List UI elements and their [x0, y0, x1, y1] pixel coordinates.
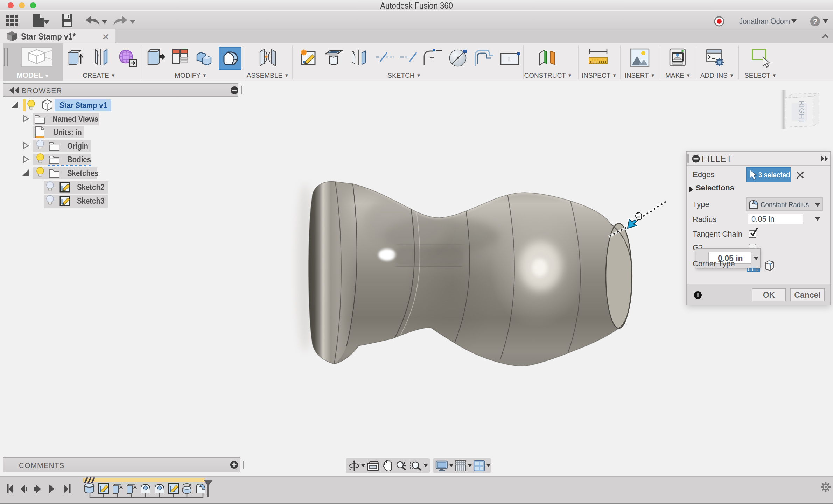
svg-text:RIGHT: RIGHT	[798, 100, 806, 124]
svg-text:?: ?	[813, 17, 817, 26]
